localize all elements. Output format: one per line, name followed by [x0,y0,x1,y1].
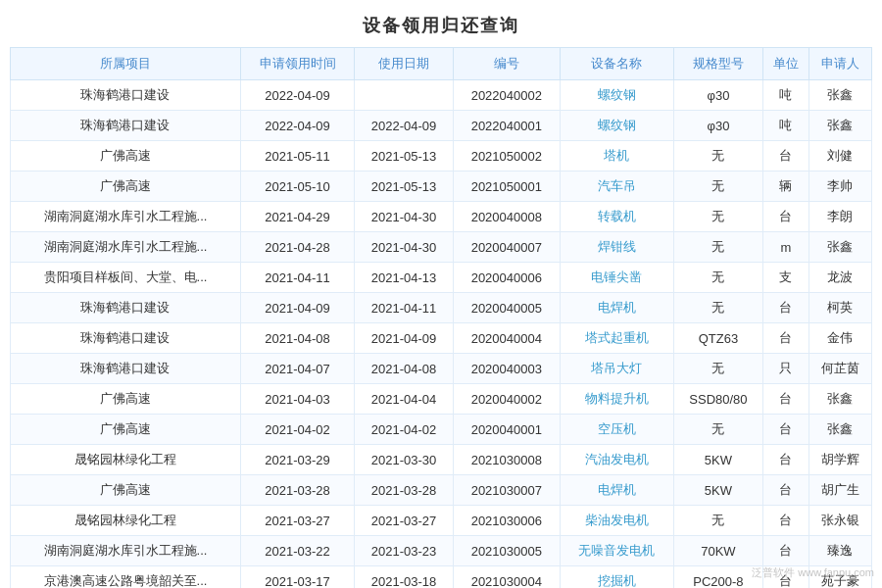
table-row[interactable]: 珠海鹤港口建设2022-04-092022-04-092022040001螺纹钢… [11,111,872,141]
table-cell-4-4[interactable]: 转载机 [560,202,673,232]
table-row[interactable]: 湖南洞庭湖水库引水工程施...2021-04-292021-04-3020200… [11,202,872,232]
table-row[interactable]: 珠海鹤港口建设2021-04-082021-04-092020040004塔式起… [11,323,872,354]
col-header-2: 使用日期 [355,48,454,80]
table-cell-2-4[interactable]: 塔机 [560,141,673,172]
table-cell-0-0: 珠海鹤港口建设 [11,80,241,111]
table-cell-5-4[interactable]: 焊钳线 [560,232,673,263]
table-cell-6-1: 2021-04-11 [240,263,354,293]
table-cell-4-1: 2021-04-29 [240,202,354,232]
table-cell-11-2: 2021-04-02 [355,415,454,445]
table-cell-7-4[interactable]: 电焊机 [560,293,673,323]
table-cell-3-4[interactable]: 汽车吊 [560,172,673,202]
table-cell-4-3: 2020040008 [454,202,561,232]
table-cell-15-5: 70KW [673,536,762,566]
cell-link-2-4[interactable]: 塔机 [604,148,629,163]
table-cell-2-6: 台 [763,141,809,172]
table-row[interactable]: 贵阳项目样板间、大堂、电...2021-04-112021-04-1320200… [11,263,872,293]
table-row[interactable]: 珠海鹤港口建设2021-04-092021-04-112020040005电焊机… [11,293,872,323]
table-cell-7-3: 2020040005 [454,293,561,323]
table-row[interactable]: 广佛高速2021-05-102021-05-132021050001汽车吊无辆李… [11,172,872,202]
cell-link-9-4[interactable]: 塔吊大灯 [591,361,642,375]
table-cell-8-1: 2021-04-08 [240,323,354,354]
table-row[interactable]: 珠海鹤港口建设2022-04-092022040002螺纹钢φ30吨张鑫 [11,80,872,111]
table-cell-8-4[interactable]: 塔式起重机 [560,323,673,354]
table-row[interactable]: 广佛高速2021-05-112021-05-132021050002塔机无台刘健 [11,141,872,172]
table-cell-13-4[interactable]: 电焊机 [560,475,673,506]
table-row[interactable]: 广佛高速2021-03-282021-03-282021030007电焊机5KW… [11,475,872,506]
cell-link-14-4[interactable]: 柴油发电机 [585,513,649,527]
cell-link-10-4[interactable]: 物料提升机 [585,391,649,406]
table-cell-1-1: 2022-04-09 [240,111,354,141]
cell-link-7-4[interactable]: 电焊机 [598,300,636,315]
table-cell-13-2: 2021-03-28 [355,475,454,506]
cell-link-6-4[interactable]: 电锤尖凿 [591,270,642,284]
cell-link-15-4[interactable]: 无噪音发电机 [578,543,655,558]
cell-link-4-4[interactable]: 转载机 [598,209,636,223]
table-cell-9-3: 2020040003 [454,354,561,384]
table-cell-10-2: 2021-04-04 [355,384,454,415]
table-cell-8-2: 2021-04-09 [355,323,454,354]
table-cell-16-4[interactable]: 挖掘机 [560,566,673,589]
table-cell-5-1: 2021-04-28 [240,232,354,263]
table-cell-3-3: 2021050001 [454,172,561,202]
table-cell-16-2: 2021-03-18 [355,566,454,589]
table-cell-0-4[interactable]: 螺纹钢 [560,80,673,111]
cell-link-13-4[interactable]: 电焊机 [598,482,636,497]
table-row[interactable]: 湖南洞庭湖水库引水工程施...2021-04-282021-04-3020200… [11,232,872,263]
table-cell-6-4[interactable]: 电锤尖凿 [560,263,673,293]
cell-link-11-4[interactable]: 空压机 [598,421,636,436]
cell-link-3-4[interactable]: 汽车吊 [598,178,636,193]
cell-link-12-4[interactable]: 汽油发电机 [585,452,649,466]
table-cell-15-4[interactable]: 无噪音发电机 [560,536,673,566]
cell-link-8-4[interactable]: 塔式起重机 [585,330,649,345]
col-header-6: 单位 [763,48,809,80]
table-cell-7-6: 台 [763,293,809,323]
table-row[interactable]: 广佛高速2021-04-032021-04-042020040002物料提升机S… [11,384,872,415]
table-cell-8-0: 珠海鹤港口建设 [11,323,241,354]
table-cell-11-5: 无 [673,415,762,445]
table-cell-12-3: 2021030008 [454,445,561,475]
cell-link-0-4[interactable]: 螺纹钢 [598,87,636,102]
table-cell-2-2: 2021-05-13 [355,141,454,172]
col-header-7: 申请人 [808,48,871,80]
table-cell-0-5: φ30 [673,80,762,111]
table-cell-6-6: 支 [763,263,809,293]
table-cell-3-7: 李帅 [808,172,871,202]
table-cell-10-7: 张鑫 [808,384,871,415]
table-row[interactable]: 湖南洞庭湖水库引水工程施...2021-03-222021-03-2320210… [11,536,872,566]
table-cell-12-2: 2021-03-30 [355,445,454,475]
table-cell-16-0: 京港澳高速公路粤境韶关至... [11,566,241,589]
table-cell-15-1: 2021-03-22 [240,536,354,566]
table-cell-6-5: 无 [673,263,762,293]
table-cell-14-4[interactable]: 柴油发电机 [560,506,673,536]
cell-link-1-4[interactable]: 螺纹钢 [598,118,636,132]
table-cell-13-1: 2021-03-28 [240,475,354,506]
table-cell-15-6: 台 [763,536,809,566]
table-cell-4-0: 湖南洞庭湖水库引水工程施... [11,202,241,232]
col-header-3: 编号 [454,48,561,80]
cell-link-16-4[interactable]: 挖掘机 [598,573,636,588]
table-cell-1-0: 珠海鹤港口建设 [11,111,241,141]
table-row[interactable]: 广佛高速2021-04-022021-04-022020040001空压机无台张… [11,415,872,445]
table-cell-8-5: QTZ63 [673,323,762,354]
table-cell-2-0: 广佛高速 [11,141,241,172]
table-cell-9-4[interactable]: 塔吊大灯 [560,354,673,384]
table-container: 所属项目申请领用时间使用日期编号设备名称规格型号单位申请人 珠海鹤港口建设202… [0,47,882,588]
table-row[interactable]: 珠海鹤港口建设2021-04-072021-04-082020040003塔吊大… [11,354,872,384]
table-cell-3-6: 辆 [763,172,809,202]
table-cell-5-3: 2020040007 [454,232,561,263]
table-cell-12-5: 5KW [673,445,762,475]
table-cell-0-6: 吨 [763,80,809,111]
table-cell-10-6: 台 [763,384,809,415]
table-cell-5-2: 2021-04-30 [355,232,454,263]
table-cell-10-4[interactable]: 物料提升机 [560,384,673,415]
table-cell-12-4[interactable]: 汽油发电机 [560,445,673,475]
table-cell-1-4[interactable]: 螺纹钢 [560,111,673,141]
col-header-1: 申请领用时间 [240,48,354,80]
table-cell-11-4[interactable]: 空压机 [560,415,673,445]
cell-link-5-4[interactable]: 焊钳线 [598,239,636,254]
table-row[interactable]: 晟铭园林绿化工程2021-03-272021-03-272021030006柴油… [11,506,872,536]
table-row[interactable]: 晟铭园林绿化工程2021-03-292021-03-302021030008汽油… [11,445,872,475]
table-cell-13-3: 2021030007 [454,475,561,506]
table-row[interactable]: 京港澳高速公路粤境韶关至...2021-03-172021-03-1820210… [11,566,872,589]
